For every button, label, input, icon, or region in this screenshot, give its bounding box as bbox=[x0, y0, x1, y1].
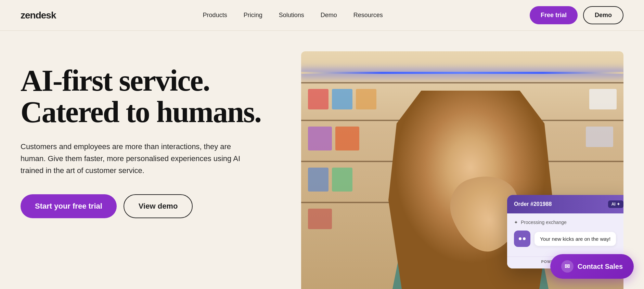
avatar-dot-2 bbox=[523, 237, 526, 240]
brand-logo[interactable]: zendesk bbox=[21, 10, 56, 21]
nav-item-pricing[interactable]: Pricing bbox=[244, 12, 262, 18]
shelf-item-10 bbox=[308, 209, 332, 229]
hero-headline: AI-first service. Catered to humans. bbox=[21, 65, 287, 128]
contact-sales-label: Contact Sales bbox=[578, 263, 623, 271]
sparkle-icon: ✦ bbox=[514, 220, 518, 225]
chat-bot-avatar bbox=[514, 231, 530, 247]
nav-links: Products Pricing Solutions Demo Resource… bbox=[203, 12, 383, 19]
nav-actions: Free trial Demo bbox=[530, 6, 623, 24]
chat-header: Order #201988 AI ✦ bbox=[507, 195, 623, 213]
mail-icon: ✉ bbox=[561, 260, 574, 273]
chat-ai-badge: AI ✦ bbox=[608, 200, 623, 208]
hero-left-content: AI-first service. Catered to humans. Cus… bbox=[21, 51, 287, 218]
nav-item-products[interactable]: Products bbox=[203, 12, 227, 18]
chat-message-bubble: Your new kicks are on the way! bbox=[534, 232, 616, 246]
shelf-item-8 bbox=[308, 168, 329, 192]
chat-body: ✦ Processing exchange Your new kicks are… bbox=[507, 213, 623, 257]
chat-processing-status: ✦ Processing exchange bbox=[514, 220, 623, 225]
hero-view-demo-button[interactable]: View demo bbox=[124, 194, 193, 218]
chat-message-row: Your new kicks are on the way! bbox=[514, 231, 623, 247]
hero-image-area: Order #201988 AI ✦ ✦ Processing exchange… bbox=[301, 51, 623, 289]
shelf-item-4 bbox=[589, 89, 617, 109]
shelf-item-3 bbox=[356, 89, 376, 109]
shelf-item-1 bbox=[308, 89, 329, 109]
avatar-dots bbox=[519, 237, 526, 240]
shelf-item-5 bbox=[308, 127, 332, 150]
shelf-item-2 bbox=[332, 89, 352, 109]
nav-item-solutions[interactable]: Solutions bbox=[279, 12, 304, 18]
shelf-item-6 bbox=[335, 127, 359, 150]
nav-item-demo[interactable]: Demo bbox=[321, 12, 337, 18]
neon-light-strip bbox=[301, 72, 623, 74]
nav-item-resources[interactable]: Resources bbox=[353, 12, 383, 18]
shelf-row-1 bbox=[301, 82, 623, 83]
shelf-item-7 bbox=[586, 127, 613, 147]
hero-subtext: Customers and employees are more than in… bbox=[21, 141, 253, 177]
hero-section: AI-first service. Catered to humans. Cus… bbox=[0, 31, 644, 289]
contact-sales-button[interactable]: ✉ Contact Sales bbox=[550, 254, 634, 279]
nav-demo-button[interactable]: Demo bbox=[583, 6, 623, 24]
avatar-dot-1 bbox=[519, 237, 521, 240]
nav-free-trial-button[interactable]: Free trial bbox=[530, 6, 578, 24]
hero-buttons: Start your free trial View demo bbox=[21, 194, 287, 218]
navbar: zendesk Products Pricing Solutions Demo … bbox=[0, 0, 644, 31]
shelf-item-9 bbox=[332, 168, 352, 192]
hero-start-trial-button[interactable]: Start your free trial bbox=[21, 194, 117, 218]
chat-order-label: Order #201988 bbox=[514, 201, 552, 207]
